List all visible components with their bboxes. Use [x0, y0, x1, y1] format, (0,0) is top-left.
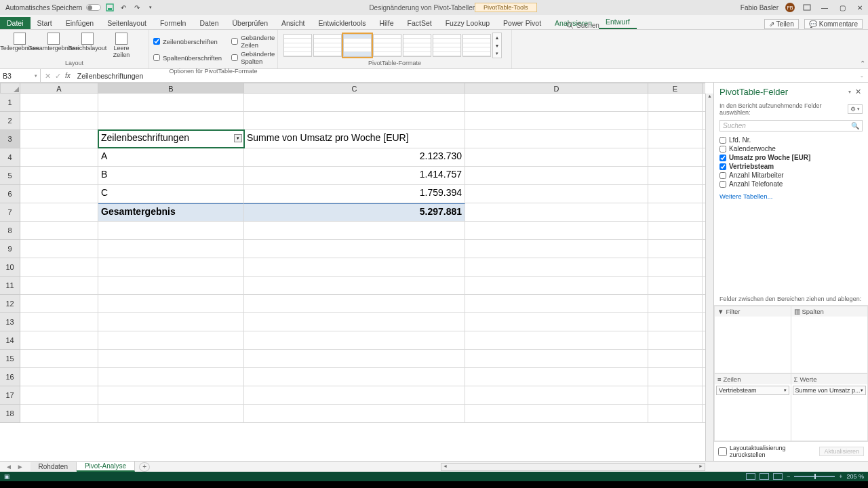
- col-header-c[interactable]: C: [244, 83, 465, 93]
- row-header[interactable]: 9: [0, 240, 20, 258]
- cell[interactable]: [648, 368, 703, 386]
- cell[interactable]: [465, 240, 648, 258]
- row-header[interactable]: 2: [0, 112, 20, 130]
- autosave-toggle[interactable]: [86, 4, 101, 11]
- cell[interactable]: C: [98, 185, 244, 203]
- tab-ansicht[interactable]: Ansicht: [275, 17, 311, 29]
- field-checkbox[interactable]: [719, 181, 726, 188]
- cell[interactable]: [648, 295, 703, 312]
- style-swatch-selected[interactable]: [343, 34, 372, 57]
- cell[interactable]: [465, 350, 648, 367]
- save-icon[interactable]: [105, 3, 115, 12]
- col-header-b[interactable]: B: [98, 83, 244, 93]
- gallery-scroll[interactable]: ▲▼▾: [492, 33, 502, 58]
- cell[interactable]: [465, 167, 648, 184]
- cell[interactable]: [465, 185, 648, 203]
- cell[interactable]: [20, 331, 98, 349]
- tell-me-search[interactable]: Suchen: [566, 22, 599, 29]
- field-item[interactable]: Anzahl Telefonate: [719, 180, 863, 188]
- pane-options-icon[interactable]: ▾: [846, 89, 854, 95]
- cell[interactable]: [20, 240, 98, 258]
- cell[interactable]: [244, 368, 465, 386]
- enter-formula-icon[interactable]: ✓: [55, 72, 61, 80]
- row-header[interactable]: 11: [0, 277, 20, 295]
- close-icon[interactable]: ✕: [854, 3, 865, 12]
- cell[interactable]: [244, 258, 465, 276]
- cell[interactable]: [648, 240, 703, 258]
- tab-ueberpruefen[interactable]: Überprüfen: [226, 17, 275, 29]
- reportlayout-button[interactable]: Berichtslayout: [72, 31, 103, 52]
- tab-seitenlayout[interactable]: Seitenlayout: [100, 17, 153, 29]
- defer-layout-checkbox[interactable]: [718, 447, 727, 456]
- cell[interactable]: [20, 405, 98, 422]
- cell[interactable]: [20, 295, 98, 312]
- tab-powerpivot[interactable]: Power Pivot: [496, 17, 548, 29]
- col-header-d[interactable]: D: [465, 83, 648, 93]
- chk-banded-cols[interactable]: Gebänderte Spalten: [231, 50, 275, 65]
- field-checkbox[interactable]: [719, 163, 726, 170]
- field-search[interactable]: Suchen 🔍: [719, 120, 863, 131]
- chk-col-headers[interactable]: Spaltenüberschriften: [153, 50, 222, 65]
- cell[interactable]: [648, 203, 703, 221]
- area-filter[interactable]: ▼Filter: [714, 306, 791, 373]
- row-header[interactable]: 12: [0, 295, 20, 313]
- cell[interactable]: 1.759.394: [244, 185, 465, 203]
- cell[interactable]: [465, 258, 648, 276]
- row-header[interactable]: 16: [0, 368, 20, 386]
- zoom-out-icon[interactable]: −: [787, 473, 790, 480]
- cancel-formula-icon[interactable]: ✕: [45, 72, 51, 80]
- cell[interactable]: [465, 405, 648, 422]
- cell[interactable]: [465, 130, 648, 148]
- pivot-row-label-header[interactable]: Zeilenbeschriftungen▾: [98, 130, 244, 148]
- cell[interactable]: [465, 295, 648, 312]
- cell[interactable]: [244, 240, 465, 258]
- cell[interactable]: [648, 313, 703, 331]
- cell[interactable]: [98, 405, 244, 422]
- cell[interactable]: [20, 167, 98, 184]
- cell[interactable]: [98, 222, 244, 239]
- select-all-triangle[interactable]: [0, 83, 20, 94]
- row-header[interactable]: 17: [0, 386, 20, 405]
- row-header[interactable]: 1: [0, 94, 20, 112]
- cell[interactable]: [648, 331, 703, 349]
- cell[interactable]: [648, 277, 703, 294]
- row-header[interactable]: 15: [0, 350, 20, 368]
- cell[interactable]: [20, 148, 98, 166]
- view-normal-icon[interactable]: [746, 473, 755, 480]
- field-item[interactable]: Lfd. Nr.: [719, 136, 863, 144]
- fx-icon[interactable]: fx: [65, 72, 71, 80]
- cell[interactable]: [465, 331, 648, 349]
- cell[interactable]: [20, 185, 98, 203]
- tab-einfuegen[interactable]: Einfügen: [59, 17, 100, 29]
- row-header[interactable]: 6: [0, 185, 20, 203]
- cell[interactable]: [244, 222, 465, 239]
- style-swatch[interactable]: [283, 34, 312, 57]
- col-header-a[interactable]: A: [20, 83, 98, 93]
- cell[interactable]: [244, 386, 465, 404]
- tab-start[interactable]: Start: [31, 17, 59, 29]
- cell[interactable]: [648, 258, 703, 276]
- cell[interactable]: [244, 112, 465, 129]
- style-swatch[interactable]: [403, 34, 431, 57]
- zoom-level[interactable]: 205 %: [846, 473, 864, 480]
- chip-rows-vertriebsteam[interactable]: Vertriebsteam▾: [716, 386, 789, 395]
- cell[interactable]: [648, 167, 703, 184]
- cell[interactable]: [20, 222, 98, 239]
- vertical-scrollbar[interactable]: [705, 94, 713, 461]
- tab-entwicklertools[interactable]: Entwicklertools: [311, 17, 372, 29]
- cell[interactable]: [20, 386, 98, 404]
- area-values[interactable]: ΣWerte Summe von Umsatz p...▾: [791, 373, 869, 441]
- cell[interactable]: 1.414.757: [244, 167, 465, 184]
- cell[interactable]: [244, 331, 465, 349]
- tab-entwurf[interactable]: Entwurf: [599, 16, 637, 29]
- redo-icon[interactable]: ↷: [132, 3, 142, 12]
- area-columns[interactable]: ▥Spalten: [791, 306, 869, 373]
- pane-gear-icon[interactable]: ⚙▾: [848, 104, 863, 114]
- tab-hilfe[interactable]: Hilfe: [373, 17, 401, 29]
- pivot-total-label[interactable]: Gesamtergebnis: [98, 203, 244, 221]
- cell[interactable]: [648, 386, 703, 404]
- cell[interactable]: [465, 313, 648, 331]
- more-tables-link[interactable]: Weitere Tabellen...: [714, 190, 868, 203]
- cell[interactable]: [98, 386, 244, 404]
- cell[interactable]: [98, 94, 244, 111]
